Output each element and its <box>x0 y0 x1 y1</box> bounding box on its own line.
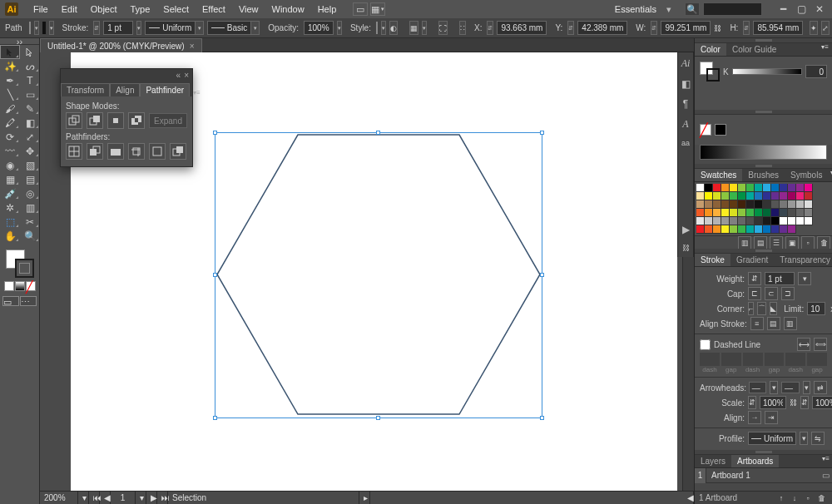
weight-input[interactable] <box>765 272 795 285</box>
swatch[interactable] <box>763 200 771 209</box>
swatches-grid[interactable] <box>695 182 832 235</box>
tab-stroke[interactable]: Stroke <box>695 254 730 266</box>
swatch[interactable] <box>755 192 763 200</box>
swatch[interactable] <box>721 192 730 200</box>
swatch[interactable] <box>755 184 763 192</box>
scale-tool[interactable]: ⤢ <box>20 130 40 144</box>
minus-back-icon[interactable] <box>170 143 186 160</box>
x-stepper[interactable]: ⇵ <box>487 21 493 35</box>
swatch[interactable] <box>705 225 713 234</box>
swatch[interactable] <box>788 192 796 200</box>
panel-close-icon[interactable]: × <box>184 71 189 80</box>
swatch[interactable] <box>805 209 813 217</box>
dock-character-icon[interactable]: A <box>680 118 692 131</box>
fill-caret-icon[interactable]: ▾ <box>34 21 39 35</box>
document-tab-close-icon[interactable]: × <box>190 42 195 51</box>
arrow-start-field[interactable]: — <box>749 382 767 393</box>
artboard-up-icon[interactable]: ↑ <box>775 492 788 505</box>
direct-selection-tool[interactable] <box>20 45 40 59</box>
panel-menu-icon[interactable]: ▾≡ <box>190 89 204 96</box>
style-caret[interactable]: ▾ <box>381 21 386 35</box>
arrow-start-caret[interactable]: ▾ <box>770 381 778 394</box>
new-artboard-icon[interactable]: ▫ <box>801 492 815 505</box>
search-icon[interactable]: 🔍 <box>685 2 700 16</box>
none-swatch-icon[interactable]: ╱ <box>700 124 711 136</box>
swatch[interactable] <box>780 184 788 192</box>
tab-transparency[interactable]: Transparency <box>774 254 832 266</box>
scale-start-stepper[interactable]: ⇵ <box>748 396 756 409</box>
zoom-caret-icon[interactable]: ▾ <box>78 492 89 504</box>
swatch[interactable] <box>780 225 788 234</box>
swatch[interactable] <box>780 200 788 209</box>
crop-icon[interactable] <box>128 143 145 160</box>
pen-tool[interactable]: ✒ <box>0 73 20 87</box>
artboard-first-icon[interactable]: ⏮ <box>89 492 100 504</box>
menu-view[interactable]: View <box>232 0 265 18</box>
swatch[interactable] <box>788 217 796 225</box>
rotate-tool[interactable]: ⟳ <box>0 130 20 144</box>
swatch[interactable] <box>721 184 730 192</box>
flip-across-icon[interactable]: ⇋ <box>811 432 825 445</box>
transform-icon[interactable]: ⛶ <box>438 21 448 35</box>
brush-type-caret[interactable]: ▾ <box>250 21 260 35</box>
selection-tool[interactable] <box>0 45 20 59</box>
brush-def-field[interactable]: Uniform <box>145 21 195 35</box>
intersect-icon[interactable] <box>107 112 124 129</box>
tab-symbols[interactable]: Symbols <box>785 169 828 181</box>
fill-stroke-indicator[interactable] <box>6 250 34 278</box>
tab-pathfinder[interactable]: Pathfinder <box>140 83 190 96</box>
recolor-icon[interactable]: ◐ <box>389 21 398 35</box>
shape-tool[interactable]: ▭ <box>20 87 40 101</box>
window-close-icon[interactable]: ✕ <box>812 3 827 15</box>
swatch[interactable] <box>780 192 788 200</box>
mesh-tool[interactable]: ▦ <box>0 172 20 186</box>
swatch[interactable] <box>763 217 771 225</box>
limit-input[interactable] <box>807 302 825 315</box>
h-stepper[interactable]: ⇵ <box>743 21 750 35</box>
swatch[interactable] <box>763 209 771 217</box>
menu-select[interactable]: Select <box>156 0 196 18</box>
tools-grip[interactable]: ›› <box>0 38 39 45</box>
align-outside-icon[interactable]: ▥ <box>784 317 797 330</box>
swatch[interactable] <box>796 192 805 200</box>
swatch[interactable] <box>746 209 755 217</box>
magic-wand-tool[interactable]: ✨ <box>0 59 20 73</box>
tab-color-guide[interactable]: Color Guide <box>726 43 782 56</box>
stroke-weight-input[interactable] <box>103 21 133 35</box>
menu-help[interactable]: Help <box>311 0 344 18</box>
swatch[interactable] <box>780 217 788 225</box>
blob-brush-tool[interactable]: 🖍 <box>0 116 20 130</box>
expand-button[interactable]: Expand <box>149 113 187 128</box>
artboard-next-icon[interactable]: ▶ <box>146 492 157 504</box>
align-inside-icon[interactable]: ▤ <box>767 317 780 330</box>
new-group-icon[interactable]: ▣ <box>785 236 799 250</box>
color-panel-menu-icon[interactable]: ▾≡ <box>818 43 832 56</box>
swatch[interactable] <box>713 209 721 217</box>
eraser-tool[interactable]: ◧ <box>20 116 40 130</box>
stroke-caret-icon[interactable]: ▾ <box>49 21 54 35</box>
menu-window[interactable]: Window <box>265 0 311 18</box>
swatch[interactable] <box>696 200 705 209</box>
corner-round-icon[interactable]: ⌒ <box>757 302 766 315</box>
swatch[interactable] <box>796 217 805 225</box>
screen-mode-menu-icon[interactable]: ⋯ <box>20 296 37 306</box>
exclude-icon[interactable] <box>128 112 145 129</box>
artboard-name[interactable]: Artboard 1 <box>706 471 819 480</box>
tab-gradient[interactable]: Gradient <box>730 254 774 266</box>
brush-type-field[interactable]: Basic <box>207 21 250 35</box>
swatch[interactable] <box>738 192 746 200</box>
dock-link-icon[interactable]: ⛓ <box>680 244 692 252</box>
y-stepper[interactable]: ⇵ <box>567 21 574 35</box>
swatch[interactable] <box>746 225 755 234</box>
outline-icon[interactable] <box>149 143 166 160</box>
corner-bevel-icon[interactable]: ◣ <box>770 302 777 315</box>
fill-swatch[interactable] <box>29 22 31 34</box>
swatch[interactable] <box>771 200 780 209</box>
zoom-tool[interactable]: 🔍 <box>20 229 40 243</box>
dock-play-icon[interactable]: ▶ <box>680 224 692 235</box>
window-maximize-icon[interactable]: ▢ <box>794 3 809 15</box>
swatch[interactable] <box>696 192 705 200</box>
swatch[interactable] <box>738 200 746 209</box>
swatch[interactable] <box>763 192 771 200</box>
swatch-libraries-icon[interactable]: ▥ <box>738 236 751 250</box>
